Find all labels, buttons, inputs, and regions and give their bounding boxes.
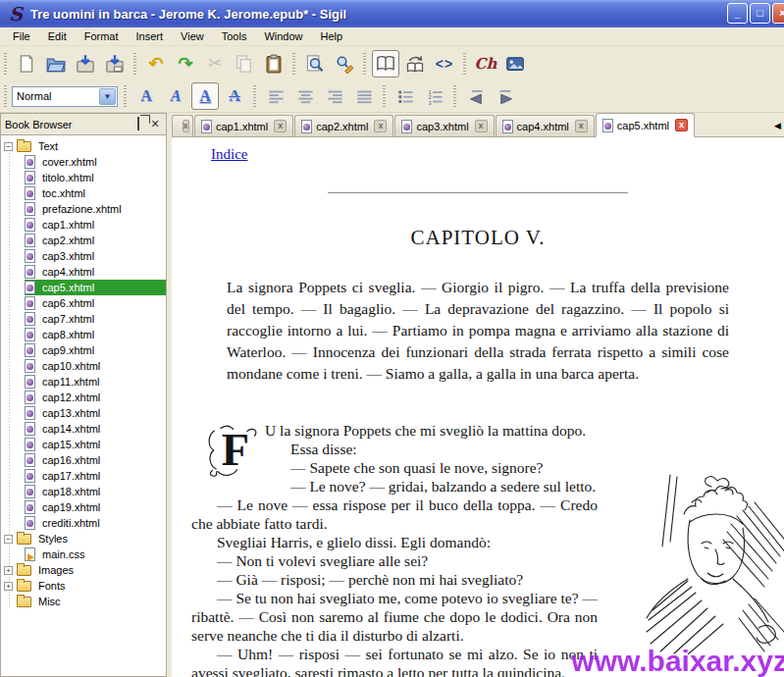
tree-item[interactable]: + Fonts xyxy=(1,578,166,594)
tree-item[interactable]: cap10.xhtml xyxy=(25,358,166,374)
tree-item[interactable]: main.css xyxy=(25,547,166,562)
editor-tab[interactable]: cap3.xhtml x xyxy=(394,115,494,136)
tree-item[interactable]: cap2.xhtml xyxy=(25,233,166,248)
maximize-button[interactable]: □ xyxy=(750,3,770,24)
menu-item[interactable]: View xyxy=(172,28,213,44)
tree-item[interactable]: titolo.xhtml xyxy=(25,170,166,185)
find-replace-button[interactable] xyxy=(331,50,358,78)
close-button[interactable]: × xyxy=(772,3,784,24)
tree-expander-icon[interactable]: − xyxy=(4,535,13,544)
tree-item[interactable]: + Images xyxy=(1,562,166,578)
indent-button[interactable] xyxy=(492,82,519,110)
underline-button[interactable]: A xyxy=(191,82,219,110)
undo-button[interactable]: ↶ xyxy=(142,50,170,78)
tree-item[interactable]: toc.xhtml xyxy=(25,185,166,201)
code-view-button[interactable]: <> xyxy=(431,50,458,78)
paste-button[interactable] xyxy=(260,50,287,78)
tab-close-button[interactable]: x xyxy=(374,120,387,132)
tree-item[interactable]: Misc xyxy=(1,594,166,609)
tree-item[interactable]: cap14.xhtml xyxy=(25,421,166,437)
save-as-button[interactable] xyxy=(101,50,129,78)
tree-item[interactable]: crediti.xhtml xyxy=(25,515,166,531)
tree-item[interactable]: − Text xyxy=(1,138,166,154)
tree-item[interactable]: cap1.xhtml xyxy=(25,217,166,233)
bullet-list-button[interactable] xyxy=(392,82,419,110)
book-view-button[interactable] xyxy=(372,50,399,78)
justify-button[interactable] xyxy=(350,82,378,110)
strikethrough-button[interactable]: A xyxy=(221,82,248,110)
tree-item[interactable]: cap9.xhtml xyxy=(25,342,166,358)
editor-tab[interactable]: cap2.xhtml x xyxy=(294,115,393,136)
tab-close-button[interactable]: x xyxy=(274,120,287,132)
tab-close-button[interactable]: x xyxy=(575,120,588,132)
open-file-button[interactable] xyxy=(42,50,70,78)
tree-item[interactable]: cap12.xhtml xyxy=(25,390,166,405)
close-panel-button[interactable]: ✕ xyxy=(148,118,162,131)
redo-button[interactable]: ↷ xyxy=(172,50,199,78)
italic-button[interactable]: A xyxy=(162,82,189,110)
partial-tab[interactable]: x xyxy=(172,115,193,136)
menu-item[interactable]: Help xyxy=(312,28,352,44)
menu-item[interactable]: File xyxy=(4,28,39,44)
tree-item[interactable]: cap13.xhtml xyxy=(25,405,166,421)
tree-expander-icon[interactable]: + xyxy=(4,582,13,591)
tree-item[interactable]: − Styles xyxy=(1,531,166,547)
tab-close-button[interactable]: x xyxy=(675,119,688,131)
copy-button[interactable] xyxy=(231,50,258,78)
float-panel-button[interactable] xyxy=(131,118,145,131)
tab-scroll-left-button[interactable]: ◀ xyxy=(771,116,784,135)
toolbar-handle[interactable] xyxy=(253,85,256,107)
tree-item[interactable]: cover.xhtml xyxy=(25,154,166,170)
paragraph[interactable]: Essa disse: xyxy=(191,440,764,458)
tree-item[interactable]: cap19.xhtml xyxy=(25,499,166,515)
align-center-button[interactable] xyxy=(291,82,319,110)
editor-tab[interactable]: cap5.xhtml x xyxy=(596,113,695,137)
toolbar-handle[interactable] xyxy=(133,53,136,75)
paragraph-style-select[interactable]: Normal ▼ xyxy=(12,86,118,107)
cut-button[interactable]: ✂ xyxy=(201,50,229,78)
find-button[interactable] xyxy=(301,50,329,78)
tree-item[interactable]: cap7.xhtml xyxy=(25,311,166,327)
book-view-editor[interactable]: Indice CAPITOLO V. La signora Poppets ci… xyxy=(172,137,784,677)
tree-item[interactable]: cap11.xhtml xyxy=(25,374,166,390)
tree-item[interactable]: cap18.xhtml xyxy=(25,484,166,499)
menu-item[interactable]: Edit xyxy=(39,28,76,44)
editor-tab[interactable]: cap4.xhtml x xyxy=(496,115,595,136)
tree-item[interactable]: cap17.xhtml xyxy=(25,468,166,484)
chapter-title[interactable]: CAPITOLO V. xyxy=(191,226,764,250)
tab-close-button[interactable]: x xyxy=(475,120,488,132)
paragraph[interactable]: — Le nove? — gridai, balzando a sedere s… xyxy=(191,477,764,495)
tree-item[interactable]: cap5.xhtml xyxy=(25,280,166,295)
toolbar-handle[interactable] xyxy=(463,53,466,75)
align-right-button[interactable] xyxy=(321,82,348,110)
outdent-button[interactable] xyxy=(462,82,490,110)
tree-item[interactable]: cap4.xhtml xyxy=(25,264,166,280)
editor-tab[interactable]: cap1.xhtml x xyxy=(194,115,293,136)
chapter-summary[interactable]: La signora Poppets ci sveglia. — Giorgio… xyxy=(227,277,729,385)
align-left-button[interactable] xyxy=(262,82,289,110)
tab-close-button[interactable]: x xyxy=(183,120,189,132)
save-button[interactable] xyxy=(72,50,99,78)
tree-item[interactable]: cap6.xhtml xyxy=(25,295,166,311)
toolbar-handle[interactable] xyxy=(292,53,295,75)
toolbar-handle[interactable] xyxy=(124,85,127,107)
tree-item[interactable]: cap15.xhtml xyxy=(25,437,166,452)
menu-item[interactable]: Window xyxy=(255,28,311,44)
tree-item[interactable]: cap16.xhtml xyxy=(25,452,166,468)
toolbar-handle[interactable] xyxy=(363,53,366,75)
numbered-list-button[interactable]: 123 xyxy=(421,82,448,110)
bold-button[interactable]: A xyxy=(132,82,160,110)
tree-expander-icon[interactable]: − xyxy=(4,142,13,151)
insert-image-button[interactable] xyxy=(501,50,529,78)
toolbar-handle[interactable] xyxy=(4,85,7,107)
tree-item[interactable]: prefazione.xhtml xyxy=(25,201,166,217)
split-view-button[interactable] xyxy=(401,50,429,78)
chapter-break-button[interactable]: Ch xyxy=(472,50,499,78)
tree-expander-icon[interactable]: + xyxy=(4,566,13,575)
menu-item[interactable]: Format xyxy=(76,28,128,44)
tree-item[interactable]: cap3.xhtml xyxy=(25,248,166,264)
new-file-button[interactable] xyxy=(13,50,40,78)
paragraph[interactable]: F U la signora Poppets che mi svegliò la… xyxy=(191,421,764,440)
toolbar-handle[interactable] xyxy=(383,85,386,107)
minimize-button[interactable]: _ xyxy=(727,3,748,24)
